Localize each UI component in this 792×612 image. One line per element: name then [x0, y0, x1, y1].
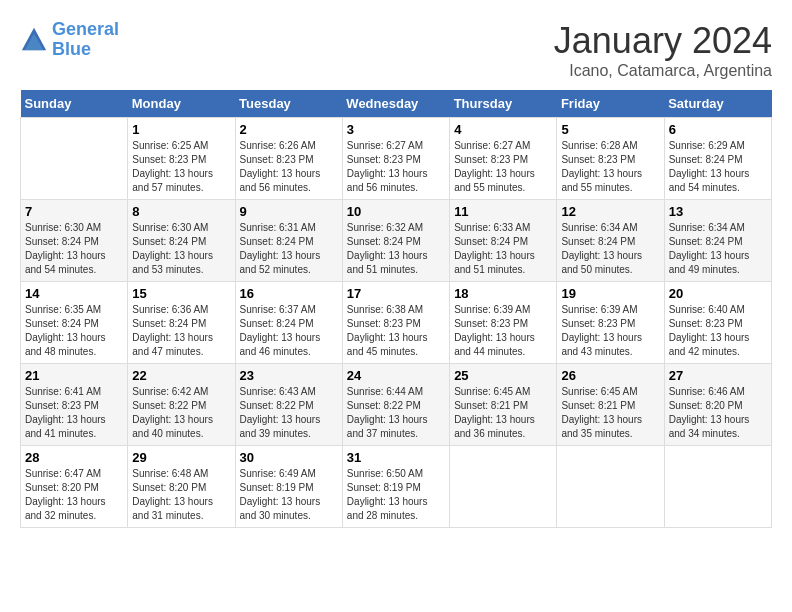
day-cell: 30Sunrise: 6:49 AM Sunset: 8:19 PM Dayli…	[235, 446, 342, 528]
day-cell: 2Sunrise: 6:26 AM Sunset: 8:23 PM Daylig…	[235, 118, 342, 200]
day-number: 21	[25, 368, 123, 383]
day-cell: 21Sunrise: 6:41 AM Sunset: 8:23 PM Dayli…	[21, 364, 128, 446]
day-cell: 17Sunrise: 6:38 AM Sunset: 8:23 PM Dayli…	[342, 282, 449, 364]
week-row-5: 28Sunrise: 6:47 AM Sunset: 8:20 PM Dayli…	[21, 446, 772, 528]
day-cell: 31Sunrise: 6:50 AM Sunset: 8:19 PM Dayli…	[342, 446, 449, 528]
day-number: 18	[454, 286, 552, 301]
week-row-4: 21Sunrise: 6:41 AM Sunset: 8:23 PM Dayli…	[21, 364, 772, 446]
day-number: 26	[561, 368, 659, 383]
day-number: 9	[240, 204, 338, 219]
logo-line2: Blue	[52, 39, 91, 59]
day-cell: 23Sunrise: 6:43 AM Sunset: 8:22 PM Dayli…	[235, 364, 342, 446]
day-number: 1	[132, 122, 230, 137]
day-info: Sunrise: 6:33 AM Sunset: 8:24 PM Dayligh…	[454, 221, 552, 277]
day-number: 15	[132, 286, 230, 301]
day-info: Sunrise: 6:43 AM Sunset: 8:22 PM Dayligh…	[240, 385, 338, 441]
day-cell	[21, 118, 128, 200]
day-number: 25	[454, 368, 552, 383]
day-cell	[557, 446, 664, 528]
day-info: Sunrise: 6:34 AM Sunset: 8:24 PM Dayligh…	[561, 221, 659, 277]
day-number: 6	[669, 122, 767, 137]
day-number: 31	[347, 450, 445, 465]
day-info: Sunrise: 6:50 AM Sunset: 8:19 PM Dayligh…	[347, 467, 445, 523]
day-info: Sunrise: 6:27 AM Sunset: 8:23 PM Dayligh…	[454, 139, 552, 195]
day-cell: 18Sunrise: 6:39 AM Sunset: 8:23 PM Dayli…	[450, 282, 557, 364]
day-cell: 8Sunrise: 6:30 AM Sunset: 8:24 PM Daylig…	[128, 200, 235, 282]
day-cell: 4Sunrise: 6:27 AM Sunset: 8:23 PM Daylig…	[450, 118, 557, 200]
day-cell: 15Sunrise: 6:36 AM Sunset: 8:24 PM Dayli…	[128, 282, 235, 364]
day-number: 11	[454, 204, 552, 219]
logo-line1: General	[52, 19, 119, 39]
day-info: Sunrise: 6:44 AM Sunset: 8:22 PM Dayligh…	[347, 385, 445, 441]
week-row-3: 14Sunrise: 6:35 AM Sunset: 8:24 PM Dayli…	[21, 282, 772, 364]
day-info: Sunrise: 6:30 AM Sunset: 8:24 PM Dayligh…	[132, 221, 230, 277]
day-number: 22	[132, 368, 230, 383]
day-cell: 6Sunrise: 6:29 AM Sunset: 8:24 PM Daylig…	[664, 118, 771, 200]
day-info: Sunrise: 6:39 AM Sunset: 8:23 PM Dayligh…	[561, 303, 659, 359]
location-title: Icano, Catamarca, Argentina	[554, 62, 772, 80]
day-info: Sunrise: 6:45 AM Sunset: 8:21 PM Dayligh…	[561, 385, 659, 441]
day-info: Sunrise: 6:35 AM Sunset: 8:24 PM Dayligh…	[25, 303, 123, 359]
day-info: Sunrise: 6:40 AM Sunset: 8:23 PM Dayligh…	[669, 303, 767, 359]
day-cell: 26Sunrise: 6:45 AM Sunset: 8:21 PM Dayli…	[557, 364, 664, 446]
day-cell: 1Sunrise: 6:25 AM Sunset: 8:23 PM Daylig…	[128, 118, 235, 200]
day-info: Sunrise: 6:47 AM Sunset: 8:20 PM Dayligh…	[25, 467, 123, 523]
day-info: Sunrise: 6:45 AM Sunset: 8:21 PM Dayligh…	[454, 385, 552, 441]
day-number: 20	[669, 286, 767, 301]
day-info: Sunrise: 6:41 AM Sunset: 8:23 PM Dayligh…	[25, 385, 123, 441]
day-cell: 19Sunrise: 6:39 AM Sunset: 8:23 PM Dayli…	[557, 282, 664, 364]
calendar-table: SundayMondayTuesdayWednesdayThursdayFrid…	[20, 90, 772, 528]
day-info: Sunrise: 6:25 AM Sunset: 8:23 PM Dayligh…	[132, 139, 230, 195]
day-cell: 10Sunrise: 6:32 AM Sunset: 8:24 PM Dayli…	[342, 200, 449, 282]
day-cell: 22Sunrise: 6:42 AM Sunset: 8:22 PM Dayli…	[128, 364, 235, 446]
weekday-header-wednesday: Wednesday	[342, 90, 449, 118]
day-cell: 11Sunrise: 6:33 AM Sunset: 8:24 PM Dayli…	[450, 200, 557, 282]
day-number: 8	[132, 204, 230, 219]
day-cell: 5Sunrise: 6:28 AM Sunset: 8:23 PM Daylig…	[557, 118, 664, 200]
header: General Blue January 2024 Icano, Catamar…	[20, 20, 772, 80]
day-number: 29	[132, 450, 230, 465]
day-info: Sunrise: 6:42 AM Sunset: 8:22 PM Dayligh…	[132, 385, 230, 441]
day-info: Sunrise: 6:38 AM Sunset: 8:23 PM Dayligh…	[347, 303, 445, 359]
day-cell: 7Sunrise: 6:30 AM Sunset: 8:24 PM Daylig…	[21, 200, 128, 282]
day-number: 23	[240, 368, 338, 383]
week-row-2: 7Sunrise: 6:30 AM Sunset: 8:24 PM Daylig…	[21, 200, 772, 282]
month-title: January 2024	[554, 20, 772, 62]
day-cell: 25Sunrise: 6:45 AM Sunset: 8:21 PM Dayli…	[450, 364, 557, 446]
day-number: 10	[347, 204, 445, 219]
day-cell: 3Sunrise: 6:27 AM Sunset: 8:23 PM Daylig…	[342, 118, 449, 200]
day-info: Sunrise: 6:36 AM Sunset: 8:24 PM Dayligh…	[132, 303, 230, 359]
day-info: Sunrise: 6:31 AM Sunset: 8:24 PM Dayligh…	[240, 221, 338, 277]
day-number: 5	[561, 122, 659, 137]
weekday-header-friday: Friday	[557, 90, 664, 118]
day-number: 14	[25, 286, 123, 301]
logo-text: General Blue	[52, 20, 119, 60]
day-info: Sunrise: 6:39 AM Sunset: 8:23 PM Dayligh…	[454, 303, 552, 359]
day-number: 3	[347, 122, 445, 137]
day-info: Sunrise: 6:32 AM Sunset: 8:24 PM Dayligh…	[347, 221, 445, 277]
day-info: Sunrise: 6:49 AM Sunset: 8:19 PM Dayligh…	[240, 467, 338, 523]
logo: General Blue	[20, 20, 119, 60]
day-info: Sunrise: 6:28 AM Sunset: 8:23 PM Dayligh…	[561, 139, 659, 195]
day-info: Sunrise: 6:30 AM Sunset: 8:24 PM Dayligh…	[25, 221, 123, 277]
day-info: Sunrise: 6:27 AM Sunset: 8:23 PM Dayligh…	[347, 139, 445, 195]
day-cell: 27Sunrise: 6:46 AM Sunset: 8:20 PM Dayli…	[664, 364, 771, 446]
day-number: 27	[669, 368, 767, 383]
weekday-header-sunday: Sunday	[21, 90, 128, 118]
day-info: Sunrise: 6:29 AM Sunset: 8:24 PM Dayligh…	[669, 139, 767, 195]
week-row-1: 1Sunrise: 6:25 AM Sunset: 8:23 PM Daylig…	[21, 118, 772, 200]
day-number: 13	[669, 204, 767, 219]
day-info: Sunrise: 6:48 AM Sunset: 8:20 PM Dayligh…	[132, 467, 230, 523]
weekday-header-saturday: Saturday	[664, 90, 771, 118]
weekday-header-row: SundayMondayTuesdayWednesdayThursdayFrid…	[21, 90, 772, 118]
day-number: 4	[454, 122, 552, 137]
day-cell: 16Sunrise: 6:37 AM Sunset: 8:24 PM Dayli…	[235, 282, 342, 364]
day-number: 28	[25, 450, 123, 465]
day-number: 16	[240, 286, 338, 301]
day-number: 2	[240, 122, 338, 137]
day-cell: 29Sunrise: 6:48 AM Sunset: 8:20 PM Dayli…	[128, 446, 235, 528]
day-info: Sunrise: 6:37 AM Sunset: 8:24 PM Dayligh…	[240, 303, 338, 359]
day-number: 30	[240, 450, 338, 465]
day-number: 24	[347, 368, 445, 383]
weekday-header-tuesday: Tuesday	[235, 90, 342, 118]
